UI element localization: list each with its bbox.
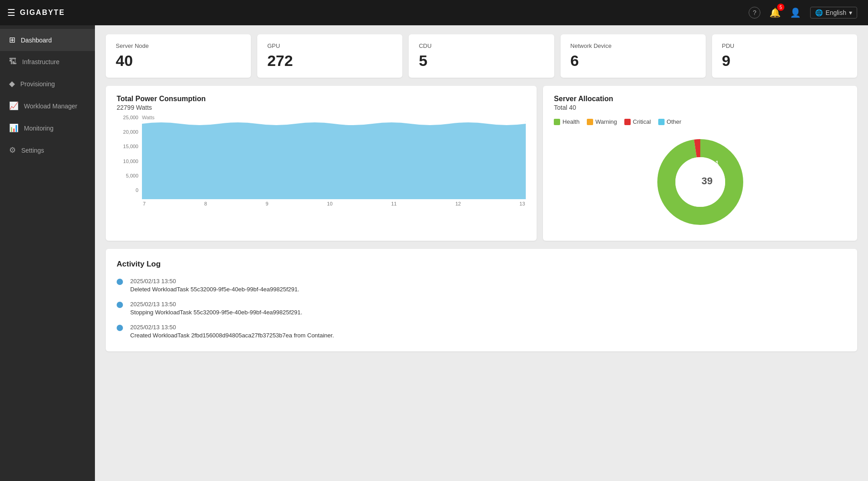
menu-icon[interactable]: ☰ <box>7 7 15 18</box>
dropdown-icon: ▾ <box>849 9 852 16</box>
language-selector[interactable]: 🌐 English ▾ <box>810 7 857 19</box>
power-chart-subtitle: 22799 Watts <box>117 104 526 111</box>
log-content-0: 2025/02/13 13:50 Deleted WorkloadTask 55… <box>130 278 299 293</box>
x-label-10: 10 <box>327 201 332 206</box>
donut-critical-count: 1 <box>715 159 718 166</box>
stat-card-server-node: Server Node 40 <box>106 34 251 78</box>
y-label-2: 15,000 <box>117 144 138 149</box>
x-axis: 7 8 9 10 11 12 13 <box>142 201 526 206</box>
x-label-12: 12 <box>455 201 461 206</box>
sidebar-label-monitoring: Monitoring <box>24 125 53 132</box>
topbar-logo: ☰ GIGABYTE <box>0 7 95 18</box>
stat-value-pdu: 9 <box>722 52 847 70</box>
log-time-1: 2025/02/13 13:50 <box>130 301 302 308</box>
stat-label-cdu: CDU <box>419 42 544 49</box>
sidebar-label-dashboard: Dashboard <box>21 37 52 44</box>
stat-value-gpu: 272 <box>267 52 392 70</box>
stats-row: Server Node 40 GPU 272 CDU 5 Network Dev… <box>106 34 857 78</box>
activity-log-title: Activity Log <box>117 260 846 269</box>
sidebar-item-settings[interactable]: ⚙ Settings <box>0 139 95 161</box>
y-label-3: 10,000 <box>117 159 138 164</box>
legend-other-label: Other <box>667 118 682 125</box>
infrastructure-icon: 🏗 <box>9 57 17 66</box>
sidebar-item-infrastructure[interactable]: 🏗 Infrastructure <box>0 51 95 73</box>
sidebar: ⊞ Dashboard 🏗 Infrastructure ◆ Provision… <box>0 25 95 481</box>
log-entry-2: 2025/02/13 13:50 Created WorkloadTask 2f… <box>117 324 846 339</box>
legend-warning: Warning <box>587 118 617 125</box>
log-message-0: Deleted WorkloadTask 55c32009-9f5e-40eb-… <box>130 286 299 293</box>
sidebar-label-infrastructure: Infrastructure <box>22 58 59 65</box>
legend-critical-label: Critical <box>633 118 651 125</box>
stat-label-gpu: GPU <box>267 42 392 49</box>
log-time-0: 2025/02/13 13:50 <box>130 278 299 285</box>
globe-icon: 🌐 <box>815 9 823 16</box>
y-label-4: 5,000 <box>117 173 138 178</box>
legend-critical: Critical <box>624 118 651 125</box>
donut-health-count: 39 <box>701 175 712 187</box>
watts-label: Watts <box>142 115 526 120</box>
legend-health-label: Health <box>562 118 580 125</box>
brand-name: GIGABYTE <box>20 9 65 17</box>
legend-other-dot <box>658 119 665 125</box>
power-chart-title: Total Power Consumption <box>117 95 526 103</box>
language-label: English <box>826 9 846 16</box>
sidebar-item-workload-manager[interactable]: 📈 Workload Manager <box>0 95 95 117</box>
sidebar-item-provisioning[interactable]: ◆ Provisioning <box>0 73 95 95</box>
legend-warning-dot <box>587 119 593 125</box>
y-axis: 25,000 20,000 15,000 10,000 5,000 0 <box>117 115 138 203</box>
stat-label-pdu: PDU <box>722 42 847 49</box>
charts-row: Total Power Consumption 22799 Watts 25,0… <box>106 86 857 241</box>
user-icon[interactable]: 👤 <box>790 7 801 18</box>
chart-body: Watts 7 8 9 10 1 <box>142 115 526 206</box>
y-label-0: 25,000 <box>117 115 138 120</box>
log-message-1: Stopping WorkloadTask 55c32009-9f5e-40eb… <box>130 309 302 316</box>
x-label-9: 9 <box>266 201 269 206</box>
stat-value-server-node: 40 <box>116 52 241 70</box>
log-entry-0: 2025/02/13 13:50 Deleted WorkloadTask 55… <box>117 278 846 293</box>
allocation-title: Server Allocation <box>554 95 846 103</box>
stat-value-network-device: 6 <box>571 52 696 70</box>
donut-legend: Health Warning Critical Other <box>554 118 846 125</box>
y-label-1: 20,000 <box>117 129 138 135</box>
provisioning-icon: ◆ <box>9 79 15 89</box>
legend-health: Health <box>554 118 580 125</box>
sidebar-label-workload-manager: Workload Manager <box>24 103 77 110</box>
y-label-5: 0 <box>117 187 138 193</box>
log-content-1: 2025/02/13 13:50 Stopping WorkloadTask 5… <box>130 301 302 316</box>
log-time-2: 2025/02/13 13:50 <box>130 324 334 331</box>
workload-manager-icon: 📈 <box>9 101 19 111</box>
x-label-7: 7 <box>143 201 146 206</box>
log-entry-1: 2025/02/13 13:50 Stopping WorkloadTask 5… <box>117 301 846 316</box>
stat-value-cdu: 5 <box>419 52 544 70</box>
help-icon[interactable]: ? <box>749 7 760 19</box>
stat-label-server-node: Server Node <box>116 42 241 49</box>
alert-icon[interactable]: 🔔 5 <box>769 7 781 18</box>
sidebar-item-monitoring[interactable]: 📊 Monitoring <box>0 117 95 139</box>
stat-card-cdu: CDU 5 <box>409 34 554 78</box>
power-bar <box>142 121 526 199</box>
x-label-13: 13 <box>519 201 525 206</box>
power-chart-area: 25,000 20,000 15,000 10,000 5,000 0 Watt… <box>117 115 526 206</box>
log-dot-0 <box>117 279 123 285</box>
main-content: Server Node 40 GPU 272 CDU 5 Network Dev… <box>95 25 868 481</box>
legend-other: Other <box>658 118 682 125</box>
log-content-2: 2025/02/13 13:50 Created WorkloadTask 2f… <box>130 324 334 339</box>
legend-health-dot <box>554 119 560 125</box>
x-label-8: 8 <box>204 201 207 206</box>
sidebar-label-settings: Settings <box>21 147 44 154</box>
activity-log-card: Activity Log 2025/02/13 13:50 Deleted Wo… <box>106 249 857 351</box>
x-label-11: 11 <box>391 201 396 206</box>
stat-card-network-device: Network Device 6 <box>561 34 706 78</box>
allocation-chart-card: Server Allocation Total 40 Health Warnin… <box>543 86 857 241</box>
stat-card-pdu: PDU 9 <box>712 34 857 78</box>
donut-svg: 39 1 <box>651 132 750 232</box>
sidebar-item-dashboard[interactable]: ⊞ Dashboard <box>0 29 95 51</box>
wave-svg <box>142 121 526 126</box>
donut-chart-container: 39 1 <box>554 132 846 232</box>
power-chart-card: Total Power Consumption 22799 Watts 25,0… <box>106 86 537 241</box>
legend-critical-dot <box>624 119 631 125</box>
log-dot-1 <box>117 302 123 308</box>
allocation-subtitle: Total 40 <box>554 104 846 111</box>
stat-label-network-device: Network Device <box>571 42 696 49</box>
monitoring-icon: 📊 <box>9 123 19 133</box>
